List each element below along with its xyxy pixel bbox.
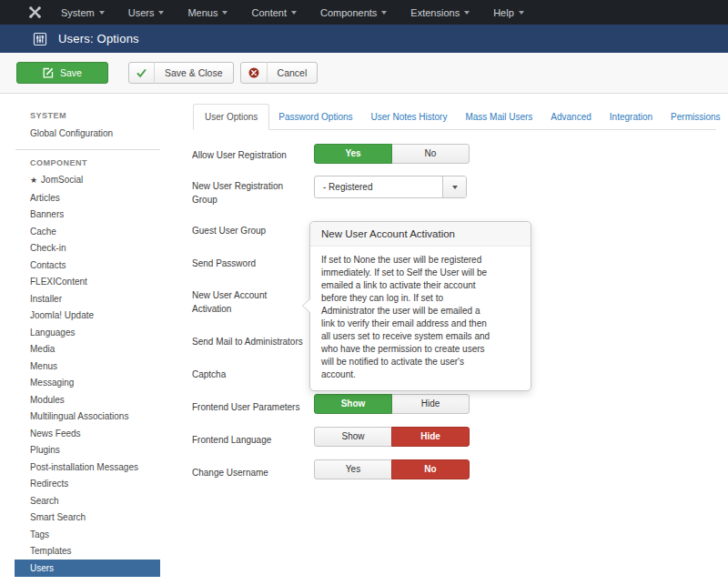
sidebar-item-smart-search[interactable]: Smart Search xyxy=(15,509,160,527)
caret-down-icon xyxy=(222,11,228,15)
caret-down-icon xyxy=(158,11,164,15)
caret-down-icon xyxy=(381,11,387,15)
sidebar-item-label: Messaging xyxy=(30,378,74,388)
sidebar-item-news-feeds[interactable]: News Feeds xyxy=(15,425,160,442)
toggle-option-no[interactable]: No xyxy=(391,459,470,479)
sidebar-item-jomsocial[interactable]: ★JomSocial xyxy=(15,172,160,190)
sidebar-item-flexicontent[interactable]: FLEXIContent xyxy=(15,274,160,291)
sidebar-item-contacts[interactable]: Contacts xyxy=(15,257,160,274)
cancel-button[interactable]: Cancel xyxy=(240,62,318,84)
page: { "topnav": { "items": [ { "label": "Sys… xyxy=(0,0,728,585)
toggle-frontend-language: ShowHide xyxy=(314,427,470,447)
select-value: - Registered xyxy=(315,182,442,192)
save-button-label: Save xyxy=(60,67,82,78)
menu-label: Help xyxy=(493,7,514,18)
field-label-change-username: Change Username xyxy=(192,466,315,479)
sidebar-item-label: Search xyxy=(30,496,59,506)
sidebar-item-users[interactable]: Users xyxy=(15,560,160,577)
menu-label: Extensions xyxy=(410,7,460,18)
sidebar-item-label: News Feeds xyxy=(30,429,81,439)
menu-label: Components xyxy=(320,7,377,18)
caret-down-icon xyxy=(464,11,470,15)
field-label-frontend-language: Frontend Language xyxy=(192,433,315,447)
menu-content[interactable]: Content xyxy=(239,0,308,25)
save-button[interactable]: Save xyxy=(16,62,108,84)
sidebar-item-languages[interactable]: Languages xyxy=(15,324,160,341)
sidebar-item-label: Modules xyxy=(30,395,65,405)
page-title: Users: Options xyxy=(58,32,139,45)
sidebar-item-banners[interactable]: Banners xyxy=(15,207,160,224)
menu-label: Content xyxy=(251,7,287,18)
toggle-allow-user-registration: YesNo xyxy=(314,144,470,164)
menu-extensions[interactable]: Extensions xyxy=(399,0,481,25)
menu-help[interactable]: Help xyxy=(481,0,536,25)
sidebar-item-label: Installer xyxy=(30,294,62,304)
menu-users[interactable]: Users xyxy=(116,0,177,25)
menu-label: Users xyxy=(128,7,155,18)
save-close-button-label: Save & Close xyxy=(155,67,233,78)
toggle-change-username: YesNo xyxy=(314,459,470,479)
sidebar-item-label: Cache xyxy=(30,227,56,237)
tooltip-arrow-inner xyxy=(303,298,311,313)
sidebar-item-label: Templates xyxy=(30,546,72,556)
sidebar-item-label: Users xyxy=(30,563,54,573)
sidebar-item-cache[interactable]: Cache xyxy=(15,223,160,240)
toggle-option-yes[interactable]: Yes xyxy=(314,459,392,479)
sidebar-item-global-configuration[interactable]: Global Configuration xyxy=(15,125,160,142)
field-label-captcha: Captcha xyxy=(192,368,315,381)
sidebar-item-check-in[interactable]: Check-in xyxy=(15,240,160,257)
menu-components[interactable]: Components xyxy=(308,0,399,25)
toggle-option-hide[interactable]: Hide xyxy=(391,394,470,414)
sidebar-item-label: Redirects xyxy=(30,479,68,489)
sidebar-item-label: Languages xyxy=(30,328,76,338)
toggle-option-show[interactable]: Show xyxy=(314,427,392,447)
save-icon xyxy=(43,67,54,78)
select-caret-button[interactable] xyxy=(442,177,466,197)
sidebar-item-label: Plugins xyxy=(30,445,60,455)
sidebar-item-label: JomSocial xyxy=(41,175,83,185)
save-close-button[interactable]: Save & Close xyxy=(128,62,234,84)
sidebar-item-search[interactable]: Search xyxy=(15,492,160,509)
sidebar-item-label: Check-in xyxy=(30,243,66,253)
menu-system[interactable]: System xyxy=(49,0,116,25)
sidebar-item-templates[interactable]: Templates xyxy=(15,543,160,560)
sidebar-item-installer[interactable]: Installer xyxy=(15,290,160,308)
sidebar-item-label: FLEXIContent xyxy=(30,277,87,287)
field-label-send-mail-to-administrators: Send Mail to Administrators xyxy=(192,335,327,348)
menu-menus[interactable]: Menus xyxy=(176,0,239,25)
main-content: User OptionsPassword OptionsUser Notes H… xyxy=(191,95,728,585)
sidebar-item-label: Tags xyxy=(30,530,49,540)
sidebar-item-multilingual-associations[interactable]: Multilingual Associations xyxy=(15,408,160,426)
sidebar-item-messaging[interactable]: Messaging xyxy=(15,375,160,392)
caret-down-icon xyxy=(291,11,297,15)
sidebar-item-plugins[interactable]: Plugins xyxy=(15,442,160,459)
sidebar-item-label: Articles xyxy=(30,193,60,203)
caret-down-icon xyxy=(452,186,458,189)
select-new-user-registration-group[interactable]: - Registered xyxy=(314,176,467,198)
menu-label: System xyxy=(61,7,95,18)
star-icon: ★ xyxy=(30,176,37,185)
sidebar-item-redirects[interactable]: Redirects xyxy=(15,476,160,493)
sidebar-item-tags[interactable]: Tags xyxy=(15,526,160,543)
sidebar: SYSTEMGlobal ConfigurationCOMPONENT★JomS… xyxy=(0,95,191,577)
sidebar-item-joomla-update[interactable]: Joomla! Update xyxy=(15,308,160,325)
tooltip-title: New User Account Activation xyxy=(310,222,531,247)
field-label-send-password: Send Password xyxy=(192,257,315,270)
sidebar-item-label: Smart Search xyxy=(30,512,86,522)
topnav-menu: SystemUsersMenusContentComponentsExtensi… xyxy=(42,0,536,25)
toggle-option-show[interactable]: Show xyxy=(314,394,392,414)
sidebar-item-label: Banners xyxy=(30,209,64,219)
sidebar-item-post-installation-messages[interactable]: Post-installation Messages xyxy=(15,459,160,476)
toggle-option-yes[interactable]: Yes xyxy=(314,144,392,164)
menu-label: Menus xyxy=(187,7,217,18)
joomla-logo-icon xyxy=(28,5,42,19)
sidebar-item-modules[interactable]: Modules xyxy=(15,391,160,408)
sidebar-item-menus[interactable]: Menus xyxy=(15,358,160,375)
sidebar-item-media[interactable]: Media xyxy=(15,341,160,358)
sidebar-item-label: Multilingual Associations xyxy=(30,411,128,421)
field-label-guest-user-group: Guest User Group xyxy=(192,224,315,237)
sidebar-item-articles[interactable]: Articles xyxy=(15,189,160,207)
sidebar-item-label: Joomla! Update xyxy=(30,310,94,320)
toggle-option-hide[interactable]: Hide xyxy=(391,427,470,447)
toggle-option-no[interactable]: No xyxy=(391,144,470,164)
